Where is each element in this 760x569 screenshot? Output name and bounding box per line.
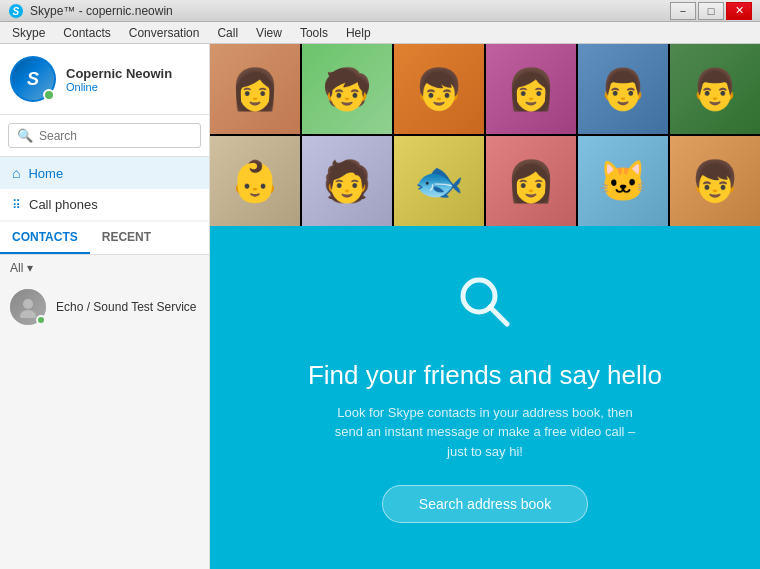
photo-8: 🧑 <box>302 136 392 226</box>
menu-bar: Skype Contacts Conversation Call View To… <box>0 22 760 44</box>
photo-person-4: 👩 <box>486 44 576 134</box>
cta-title: Find your friends and say hello <box>308 360 662 391</box>
photo-person-6: 👨 <box>670 44 760 134</box>
photo-person-7: 👶 <box>210 136 300 226</box>
cta-subtitle: Look for Skype contacts in your address … <box>325 403 645 462</box>
search-icon: 🔍 <box>17 128 33 143</box>
photo-5: 👨 <box>578 44 668 134</box>
title-bar-left: S Skype™ - copernic.neowin <box>8 3 173 19</box>
menu-view[interactable]: View <box>248 24 290 42</box>
filter-chevron-icon: ▾ <box>27 261 33 275</box>
search-address-book-button[interactable]: Search address book <box>382 485 588 523</box>
tab-recent[interactable]: RECENT <box>90 222 163 254</box>
title-bar: S Skype™ - copernic.neowin − □ ✕ <box>0 0 760 22</box>
grid-icon: ⠿ <box>12 198 21 212</box>
menu-contacts[interactable]: Contacts <box>55 24 118 42</box>
contact-list: Echo / Sound Test Service <box>0 281 209 569</box>
avatar-logo: S <box>27 69 39 90</box>
search-area: 🔍 <box>0 115 209 157</box>
svg-text:S: S <box>13 6 20 17</box>
maximize-button[interactable]: □ <box>698 2 724 20</box>
photo-12: 👦 <box>670 136 760 226</box>
profile-area[interactable]: S Copernic Neowin Online <box>0 44 209 115</box>
photo-person-9: 🐟 <box>394 136 484 226</box>
photo-person-2: 🧒 <box>302 44 392 134</box>
photo-1: 👩 <box>210 44 300 134</box>
home-icon: ⌂ <box>12 165 20 181</box>
photo-person-11: 🐱 <box>578 136 668 226</box>
search-box[interactable]: 🔍 <box>8 123 201 148</box>
nav-home[interactable]: ⌂ Home <box>0 157 209 189</box>
photo-10: 👩 <box>486 136 576 226</box>
photo-4: 👩 <box>486 44 576 134</box>
contacts-tabs: CONTACTS RECENT <box>0 222 209 255</box>
window-controls: − □ ✕ <box>670 2 752 20</box>
menu-call[interactable]: Call <box>209 24 246 42</box>
photo-person-8: 🧑 <box>302 136 392 226</box>
filter-label: All <box>10 261 23 275</box>
photo-9: 🐟 <box>394 136 484 226</box>
photo-grid: 👩 🧒 👦 👩 👨 👨 👶 🧑 <box>210 44 760 226</box>
main-layout: S Copernic Neowin Online 🔍 ⌂ Home ⠿ <box>0 44 760 569</box>
contact-avatar <box>10 289 46 325</box>
avatar: S <box>10 56 56 102</box>
contact-item[interactable]: Echo / Sound Test Service <box>0 281 209 333</box>
svg-point-2 <box>23 299 33 309</box>
minimize-button[interactable]: − <box>670 2 696 20</box>
menu-skype[interactable]: Skype <box>4 24 53 42</box>
cta-search-icon <box>455 272 515 344</box>
svg-point-3 <box>20 310 36 318</box>
online-badge <box>43 89 55 101</box>
photo-person-3: 👦 <box>394 44 484 134</box>
search-input[interactable] <box>39 129 192 143</box>
profile-name: Copernic Neowin <box>66 66 172 81</box>
photo-person-12: 👦 <box>670 136 760 226</box>
skype-icon: S <box>8 3 24 19</box>
nav-call-phones[interactable]: ⠿ Call phones <box>0 189 209 220</box>
nav-items: ⌂ Home ⠿ Call phones <box>0 157 209 220</box>
photo-person-5: 👨 <box>578 44 668 134</box>
cta-area: Find your friends and say hello Look for… <box>210 226 760 569</box>
window-title: Skype™ - copernic.neowin <box>30 4 173 18</box>
content-area: 👩 🧒 👦 👩 👨 👨 👶 🧑 <box>210 44 760 569</box>
profile-info: Copernic Neowin Online <box>66 66 172 93</box>
contact-name: Echo / Sound Test Service <box>56 300 197 314</box>
svg-line-5 <box>490 307 507 324</box>
photo-6: 👨 <box>670 44 760 134</box>
contact-online-badge <box>36 315 46 325</box>
photo-person-1: 👩 <box>210 44 300 134</box>
photo-3: 👦 <box>394 44 484 134</box>
photo-2: 🧒 <box>302 44 392 134</box>
profile-status: Online <box>66 81 172 93</box>
nav-home-label: Home <box>28 166 63 181</box>
photo-11: 🐱 <box>578 136 668 226</box>
close-button[interactable]: ✕ <box>726 2 752 20</box>
photo-7: 👶 <box>210 136 300 226</box>
menu-conversation[interactable]: Conversation <box>121 24 208 42</box>
menu-tools[interactable]: Tools <box>292 24 336 42</box>
filter-row[interactable]: All ▾ <box>0 255 209 281</box>
nav-call-label: Call phones <box>29 197 98 212</box>
menu-help[interactable]: Help <box>338 24 379 42</box>
sidebar: S Copernic Neowin Online 🔍 ⌂ Home ⠿ <box>0 44 210 569</box>
photo-person-10: 👩 <box>486 136 576 226</box>
tab-contacts[interactable]: CONTACTS <box>0 222 90 254</box>
